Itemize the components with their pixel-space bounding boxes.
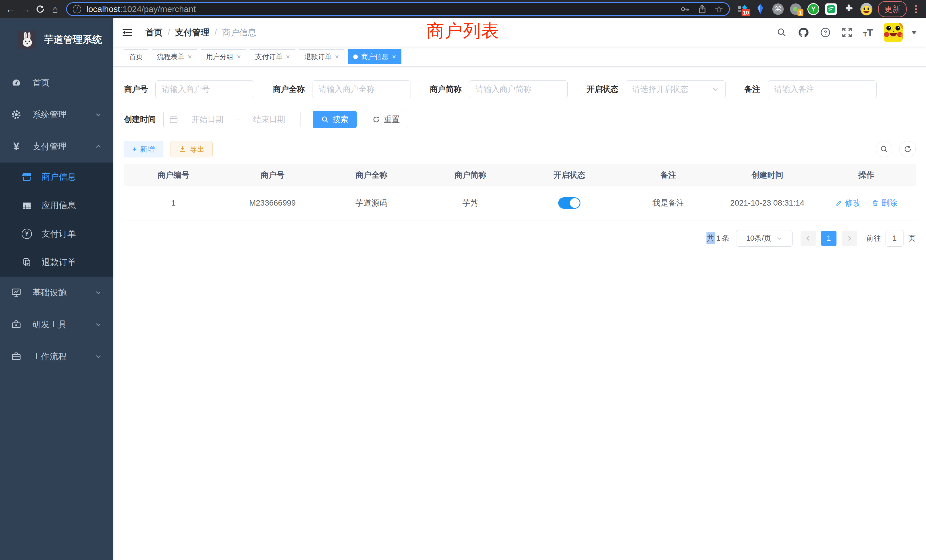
- notes-extension-icon[interactable]: [825, 3, 837, 15]
- export-button[interactable]: 导出: [171, 141, 213, 157]
- create-time-label: 创建时间: [124, 114, 156, 125]
- reset-button[interactable]: 重置: [364, 110, 408, 128]
- close-icon[interactable]: ×: [286, 53, 290, 60]
- table-header-row: 商户编号 商户号 商户全称 商户简称 开启状态 备注 创建时间 操作: [124, 164, 916, 186]
- sidebar-item-home[interactable]: 首页: [0, 67, 113, 98]
- sidebar-item-label: 支付订单: [42, 228, 76, 240]
- merchant-table: 商户编号 商户号 商户全称 商户简称 开启状态 备注 创建时间 操作 1 M23…: [124, 164, 916, 220]
- close-icon[interactable]: ×: [335, 53, 339, 60]
- table-refresh-icon[interactable]: [899, 141, 916, 157]
- page-size-select[interactable]: 10条/页: [736, 230, 793, 247]
- short-name-input[interactable]: [469, 80, 567, 98]
- sidebar-item-merchant-info[interactable]: 商户信息: [0, 162, 113, 191]
- reload-icon[interactable]: [34, 3, 47, 16]
- page-info-icon[interactable]: i: [73, 5, 81, 14]
- status-extension-icon[interactable]: 1: [790, 3, 802, 15]
- back-icon[interactable]: ←: [4, 3, 17, 16]
- pagination-total: 共1条: [707, 232, 729, 244]
- status-toggle[interactable]: [558, 197, 581, 209]
- next-page-button[interactable]: [841, 231, 857, 246]
- app-logo[interactable]: 芋道管理系统: [0, 18, 113, 61]
- prev-page-button[interactable]: [800, 231, 816, 246]
- url-text[interactable]: localhost:1024/pay/merchant: [86, 4, 196, 14]
- sidebar-item-label: 基础设施: [32, 287, 67, 298]
- header-search-icon[interactable]: [776, 27, 787, 38]
- breadcrumb-home[interactable]: 首页: [145, 27, 162, 38]
- status-select[interactable]: 请选择开启状态: [626, 80, 726, 98]
- sidebar-item-app-info[interactable]: 应用信息: [0, 191, 113, 219]
- sidebar-item-dev-tools[interactable]: 研发工具: [0, 309, 113, 341]
- sidebar-item-payment[interactable]: ¥ 支付管理: [0, 130, 113, 162]
- close-icon[interactable]: ×: [237, 53, 241, 60]
- col-remark: 备注: [619, 164, 718, 186]
- github-icon[interactable]: [798, 27, 809, 38]
- home-icon[interactable]: ⌂: [48, 3, 62, 16]
- full-name-input[interactable]: [312, 80, 411, 98]
- sidebar-menu: 首页 系统管理 ¥ 支付管理: [0, 67, 113, 372]
- puzzle-extensions-icon[interactable]: [843, 3, 855, 15]
- sidebar-item-refund-order[interactable]: 退款订单: [0, 248, 113, 277]
- chevron-down-icon: [95, 289, 102, 296]
- cell-create-time: 2021-10-23 08:31:14: [718, 186, 817, 220]
- bookmark-star-icon[interactable]: ☆: [715, 4, 723, 14]
- close-icon[interactable]: ×: [392, 53, 396, 60]
- help-question-icon[interactable]: ?: [820, 27, 831, 38]
- yen-icon: ¥: [11, 141, 22, 152]
- forward-icon[interactable]: →: [19, 3, 32, 16]
- cell-full-name: 芋道源码: [322, 186, 421, 220]
- sidebar-item-infrastructure[interactable]: 基础设施: [0, 277, 113, 309]
- goto-page-input[interactable]: [885, 230, 904, 247]
- create-time-range-picker[interactable]: 开始日期 - 结束日期: [163, 110, 301, 128]
- user-avatar[interactable]: [884, 23, 903, 42]
- emoji-profile-icon[interactable]: [861, 3, 872, 15]
- y-extension-icon[interactable]: Y: [807, 3, 819, 15]
- delete-link[interactable]: 删除: [872, 198, 897, 209]
- extension-tiles-icon[interactable]: 10: [737, 3, 749, 15]
- fullscreen-icon[interactable]: [841, 27, 852, 38]
- monitor-chart-icon: [11, 288, 22, 298]
- date-start-placeholder: 开始日期: [182, 114, 233, 125]
- payment-submenu: 商户信息 应用信息 ¥ 支付订单 退款订单: [0, 162, 113, 277]
- tab-refund-order[interactable]: 退款订单×: [299, 49, 344, 64]
- command-extension-icon[interactable]: ⌘: [772, 3, 784, 15]
- share-icon[interactable]: [698, 4, 707, 14]
- sidebar-item-system[interactable]: 系统管理: [0, 98, 113, 130]
- cell-short-name: 芋艿: [421, 186, 520, 220]
- sidebar-item-workflow[interactable]: 工作流程: [0, 341, 113, 372]
- cell-merchant-no: M233666999: [223, 186, 322, 220]
- remark-input[interactable]: [768, 80, 877, 98]
- sidebar-item-label: 系统管理: [32, 109, 67, 121]
- col-short-name: 商户简称: [421, 164, 520, 186]
- search-button[interactable]: 搜索: [313, 110, 357, 128]
- browser-toolbar: ← → ⌂ i localhost:1024/pay/merchant ☆ 10…: [0, 0, 926, 18]
- edit-link[interactable]: 修改: [835, 198, 861, 209]
- close-icon[interactable]: ×: [188, 53, 192, 60]
- breadcrumb-current: 商户信息: [222, 27, 256, 38]
- sidebar-item-pay-order[interactable]: ¥ 支付订单: [0, 219, 113, 248]
- avatar-caret-icon[interactable]: [911, 31, 917, 34]
- tab-merchant-info[interactable]: 商户信息×: [348, 49, 401, 64]
- app-title: 芋道管理系统: [44, 33, 102, 46]
- table-search-icon[interactable]: [876, 141, 892, 157]
- current-page-button[interactable]: 1: [821, 231, 837, 246]
- password-key-icon[interactable]: [680, 4, 690, 14]
- breadcrumb-payment[interactable]: 支付管理: [175, 27, 209, 38]
- active-dot: [353, 54, 358, 59]
- browser-menu-icon[interactable]: [912, 5, 920, 13]
- tab-pay-order[interactable]: 支付订单×: [250, 49, 295, 64]
- font-size-icon[interactable]: TT: [863, 27, 873, 38]
- browser-update-button[interactable]: 更新: [878, 1, 906, 17]
- add-button[interactable]: + 新增: [124, 141, 163, 157]
- merchant-no-input[interactable]: [155, 80, 254, 98]
- pin-extension-icon[interactable]: [754, 3, 766, 15]
- tab-home[interactable]: 首页: [124, 49, 148, 64]
- sidebar-item-label: 支付管理: [32, 141, 67, 153]
- chevron-down-icon: [95, 321, 102, 328]
- sidebar-toggle-icon[interactable]: [122, 28, 133, 37]
- address-bar[interactable]: i localhost:1024/pay/merchant ☆: [66, 2, 730, 16]
- dashboard-gauge-icon: [11, 77, 22, 88]
- tab-process-form[interactable]: 流程表单×: [152, 49, 197, 64]
- pagination: 共1条 10条/页 1 前往 页: [124, 230, 916, 258]
- tab-user-group[interactable]: 用户分组×: [201, 49, 246, 64]
- date-end-placeholder: 结束日期: [244, 114, 295, 125]
